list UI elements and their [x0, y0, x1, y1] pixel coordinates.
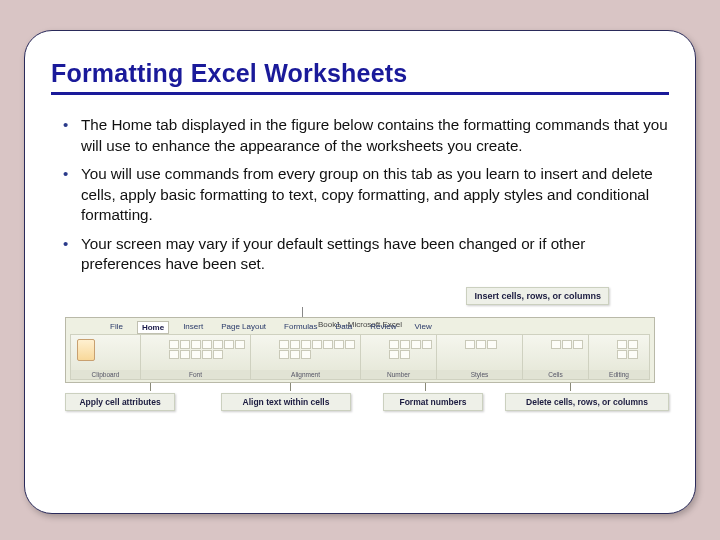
- callout-format-numbers: Format numbers: [383, 393, 483, 411]
- tab-formulas: Formulas: [280, 321, 321, 334]
- bullet-list: The Home tab displayed in the figure bel…: [51, 115, 669, 275]
- group-label: Number: [361, 370, 436, 379]
- tab-insert: Insert: [179, 321, 207, 334]
- callout-top-row: Insert cells, rows, or columns: [65, 287, 655, 305]
- bullet-item: You will use commands from every group o…: [59, 164, 669, 226]
- group-styles: Styles: [437, 335, 523, 379]
- pointer-bottom-row: [65, 383, 655, 391]
- tab-home: Home: [137, 321, 169, 334]
- group-label: Editing: [589, 370, 649, 379]
- tab-view: View: [411, 321, 436, 334]
- callout-delete-cells: Delete cells, rows, or columns: [505, 393, 669, 411]
- slide-title: Formatting Excel Worksheets: [51, 59, 669, 95]
- group-cells: Cells: [523, 335, 589, 379]
- group-font: Font: [141, 335, 251, 379]
- slide-inner: Formatting Excel Worksheets The Home tab…: [25, 31, 695, 429]
- callout-insert: Insert cells, rows, or columns: [466, 287, 609, 305]
- callout-bottom-row: Apply cell attributes Align text within …: [65, 393, 655, 411]
- group-editing: Editing: [589, 335, 649, 379]
- callout-cell-attributes: Apply cell attributes: [65, 393, 175, 411]
- ribbon-groups: Clipboard Font Alignment Number: [70, 334, 650, 380]
- tab-file: File: [106, 321, 127, 334]
- ribbon-tabs: File Home Insert Page Layout Formulas Da…: [106, 321, 436, 334]
- tab-review: Review: [366, 321, 400, 334]
- group-label: Cells: [523, 370, 588, 379]
- pointer-top: [65, 307, 655, 317]
- callout-align-text: Align text within cells: [221, 393, 351, 411]
- bullet-item: Your screen may vary if your default set…: [59, 234, 669, 275]
- tab-data: Data: [331, 321, 356, 334]
- group-alignment: Alignment: [251, 335, 361, 379]
- paste-icon: [77, 339, 95, 361]
- group-number: Number: [361, 335, 437, 379]
- bullet-item: The Home tab displayed in the figure bel…: [59, 115, 669, 156]
- group-clipboard: Clipboard: [71, 335, 141, 379]
- group-label: Styles: [437, 370, 522, 379]
- excel-ribbon: Book1 - Microsoft Excel File Home Insert…: [65, 317, 655, 383]
- group-label: Clipboard: [71, 370, 140, 379]
- slide-card: Formatting Excel Worksheets The Home tab…: [24, 30, 696, 514]
- ribbon-figure: Insert cells, rows, or columns Book1 - M…: [51, 287, 669, 411]
- group-label: Alignment: [251, 370, 360, 379]
- tab-pagelayout: Page Layout: [217, 321, 270, 334]
- group-label: Font: [141, 370, 250, 379]
